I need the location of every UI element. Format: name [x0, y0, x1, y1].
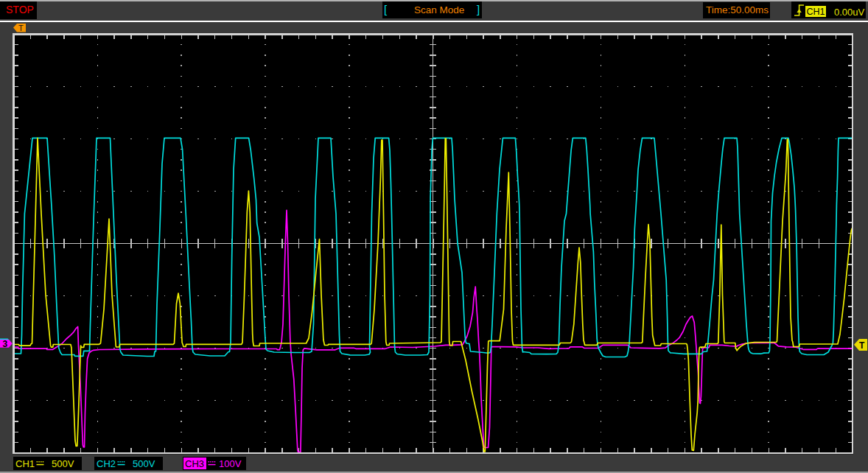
svg-text:3: 3: [3, 339, 8, 349]
svg-text:T: T: [859, 340, 865, 351]
